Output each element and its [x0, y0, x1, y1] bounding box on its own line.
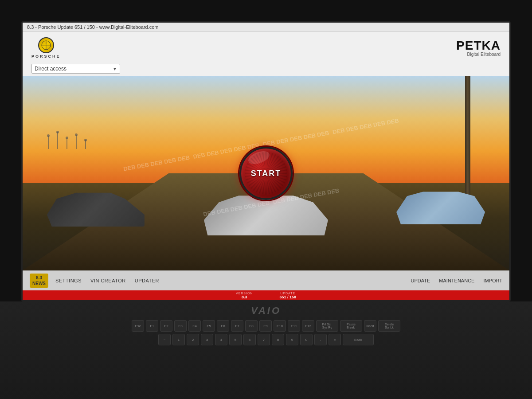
- key-f8[interactable]: F8: [245, 320, 258, 332]
- key-backspace[interactable]: Back: [343, 334, 374, 345]
- version-number: 8.3: [32, 275, 46, 281]
- start-label: START: [251, 169, 282, 178]
- direct-access-label: Direct access: [35, 66, 66, 72]
- status-bar: VERSION 8.3 UPDATE 651 / 150: [23, 290, 509, 300]
- key-prtsc[interactable]: Prt ScSys Rq: [316, 320, 338, 332]
- direct-access-bar: Direct access ▼: [23, 62, 509, 76]
- update-status: UPDATE 651 / 150: [279, 292, 296, 299]
- key-insert[interactable]: Insert: [364, 320, 376, 332]
- key-f2[interactable]: F2: [160, 320, 172, 332]
- key-esc[interactable]: Esc: [132, 320, 144, 332]
- key-9[interactable]: 9: [286, 334, 298, 345]
- key-minus[interactable]: -: [314, 334, 327, 345]
- petka-title: PETKA: [456, 39, 501, 52]
- svg-text:P: P: [46, 43, 47, 44]
- news-label: NEWS: [32, 281, 46, 286]
- key-f4[interactable]: F4: [188, 320, 201, 332]
- dropdown-arrow-icon: ▼: [113, 66, 117, 71]
- update-status-value: 651 / 150: [279, 295, 296, 299]
- key-equals[interactable]: =: [329, 334, 341, 345]
- key-6[interactable]: 6: [243, 334, 256, 345]
- version-status: VERSION 8.3: [236, 292, 253, 299]
- key-f1[interactable]: F1: [146, 320, 158, 332]
- toolbar-right-links: UPDATE MAINTENANCE IMPORT: [411, 278, 502, 283]
- key-3[interactable]: 3: [201, 334, 213, 345]
- bottom-toolbar: 8.3 NEWS SETTINGS VIN CREATOR UPDATER UP…: [23, 270, 509, 290]
- key-5[interactable]: 5: [229, 334, 242, 345]
- laptop-screen: 8.3 - Porsche Update 651 / 150 - www.Dig…: [21, 21, 511, 301]
- hero-area: DEB DEB DEB DEB DEB DEB DEB DEB DEB DEB …: [23, 76, 509, 270]
- car-left-suv: [47, 187, 145, 227]
- key-f11[interactable]: F11: [288, 320, 300, 332]
- porsche-logo: P PORSCHE: [31, 37, 61, 59]
- number-key-row: ~ 1 2 3 4 5 6 7 8 9 0 - = Back: [27, 334, 505, 345]
- keyboard-area: VAIO Esc F1 F2 F3 F4 F5 F6 F7 F8 F9 F10 …: [0, 301, 532, 399]
- window-title: 8.3 - Porsche Update 651 / 150 - www.Dig…: [27, 24, 159, 30]
- update-link[interactable]: UPDATE: [411, 278, 430, 283]
- key-f9[interactable]: F9: [259, 320, 272, 332]
- key-f3[interactable]: F3: [174, 320, 187, 332]
- key-4[interactable]: 4: [215, 334, 227, 345]
- key-1[interactable]: 1: [172, 334, 185, 345]
- porsche-crest: P: [38, 37, 54, 53]
- key-pause[interactable]: PauseBreak: [340, 320, 362, 332]
- porsche-brand-text: PORSCHE: [31, 54, 61, 59]
- toolbar-left-links: SETTINGS VIN CREATOR UPDATER: [55, 278, 159, 283]
- maintenance-link[interactable]: MAINTENANCE: [439, 278, 474, 283]
- updater-link[interactable]: UPDATER: [135, 278, 159, 283]
- key-f5[interactable]: F5: [203, 320, 215, 332]
- start-button-container: START: [239, 147, 293, 200]
- turbines: [47, 131, 87, 149]
- car-right-sports: [396, 189, 485, 224]
- laptop-body: 8.3 - Porsche Update 651 / 150 - www.Dig…: [0, 0, 532, 399]
- vaio-brand: VAIO: [251, 305, 281, 317]
- key-tilde[interactable]: ~: [158, 334, 171, 345]
- key-0[interactable]: 0: [300, 334, 313, 345]
- app-content: P PORSCHE PETKA Digital Eliteboard Direc…: [23, 32, 509, 300]
- key-8[interactable]: 8: [272, 334, 284, 345]
- vin-creator-link[interactable]: VIN CREATOR: [90, 278, 126, 283]
- petka-logo: PETKA Digital Eliteboard: [456, 39, 501, 57]
- update-status-label: UPDATE: [279, 292, 296, 295]
- keyboard: Esc F1 F2 F3 F4 F5 F6 F7 F8 F9 F10 F11 F…: [27, 320, 505, 345]
- version-badge: 8.3 NEWS: [30, 274, 48, 288]
- version-status-label: VERSION: [236, 292, 253, 295]
- key-f12[interactable]: F12: [302, 320, 314, 332]
- key-7[interactable]: 7: [258, 334, 270, 345]
- key-2[interactable]: 2: [187, 334, 199, 345]
- key-f6[interactable]: F6: [217, 320, 229, 332]
- key-f10[interactable]: F10: [274, 320, 286, 332]
- header-row: P PORSCHE PETKA Digital Eliteboard: [23, 32, 509, 62]
- title-bar: 8.3 - Porsche Update 651 / 150 - www.Dig…: [23, 23, 509, 32]
- start-button[interactable]: START: [239, 147, 293, 200]
- function-key-row: Esc F1 F2 F3 F4 F5 F6 F7 F8 F9 F10 F11 F…: [27, 320, 505, 332]
- key-delete[interactable]: DeleteScr Lk: [378, 320, 400, 332]
- import-link[interactable]: IMPORT: [483, 278, 502, 283]
- petka-subtitle: Digital Eliteboard: [456, 52, 501, 57]
- version-status-value: 8.3: [236, 295, 253, 299]
- turbine-2: [56, 131, 59, 149]
- direct-access-dropdown[interactable]: Direct access ▼: [31, 64, 120, 74]
- settings-link[interactable]: SETTINGS: [55, 278, 82, 283]
- key-f7[interactable]: F7: [231, 320, 243, 332]
